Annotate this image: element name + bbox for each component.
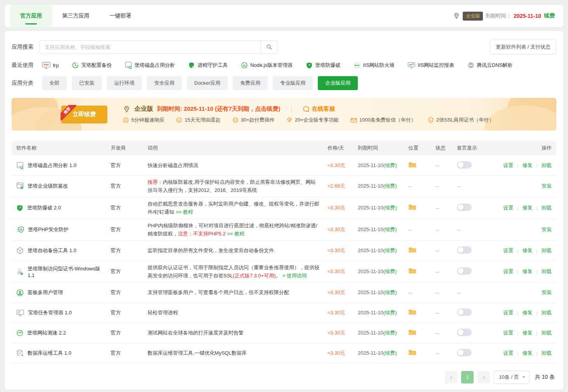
action-link[interactable]: 修复	[523, 162, 533, 169]
row-renew-link[interactable]: (续费)	[383, 289, 397, 295]
home-display-toggle[interactable]	[457, 161, 472, 169]
row-renew-link[interactable]: (续费)	[383, 330, 397, 336]
action-link[interactable]: 修复	[523, 309, 533, 316]
action-link[interactable]: 卸载	[542, 247, 552, 254]
location-cell[interactable]	[408, 309, 436, 317]
renew-link[interactable]: 续费	[544, 12, 555, 19]
row-renew-link[interactable]: (续费)	[383, 162, 397, 168]
category-button[interactable]: 免费应用	[233, 76, 268, 90]
home-display-toggle[interactable]	[457, 246, 472, 254]
home-display-toggle[interactable]	[457, 308, 472, 316]
row-renew-link[interactable]: (续费)	[383, 310, 397, 315]
banner-expiry-text[interactable]: 到期时间: 2025-11-10 (还有7天到期，点击续费)	[157, 105, 281, 113]
row-renew-link[interactable]: (续费)	[383, 226, 397, 232]
action-link[interactable]: 卸载	[542, 204, 552, 211]
location-cell[interactable]	[408, 329, 436, 337]
action-separator: |	[517, 162, 518, 168]
tutorial-link[interactable]: > 使用说明	[282, 273, 307, 279]
recent-app-item[interactable]: IIS网站监控报表	[408, 62, 454, 69]
location-cell[interactable]	[408, 247, 436, 254]
current-page-button[interactable]: 1	[461, 371, 474, 383]
tab-0[interactable]: 官方应用	[10, 5, 52, 27]
tab-1[interactable]: 第三方应用	[52, 5, 99, 27]
recent-app-item[interactable]: FRPfrp	[42, 62, 59, 69]
action-link[interactable]: 修复	[523, 247, 533, 254]
category-button[interactable]: 全部	[42, 76, 67, 90]
row-renew-link[interactable]: (续费)	[383, 183, 397, 189]
tutorial-link[interactable]: >> 教程	[176, 209, 193, 215]
action-link[interactable]: 修复	[523, 268, 533, 275]
recent-items: FRPfrp宝塔配置备份堡塔磁盘占用分析进程守护工具JSNode.js版本管理器…	[42, 61, 513, 69]
auto-backup-icon	[16, 247, 24, 254]
action-link[interactable]: 设置	[503, 329, 513, 336]
empty-value: --	[457, 227, 461, 233]
search-input[interactable]	[40, 40, 261, 54]
description-cell: 自动拦截恶意攻击服务器，实时监听用户创建、修改、提权等变化，并进行邮件/钉钉通知…	[148, 200, 328, 216]
expiry-cell: 2025-11-10(续费)	[358, 183, 408, 190]
action-link[interactable]: 卸载	[542, 268, 552, 275]
location-cell: --	[408, 290, 436, 296]
action-link[interactable]: 安装	[542, 289, 552, 296]
action-link[interactable]: 修复	[523, 329, 533, 336]
shield-icon	[306, 62, 313, 69]
home-display-toggle[interactable]	[457, 329, 472, 336]
recent-app-item[interactable]: 宝塔配置备份	[72, 62, 112, 69]
location-cell[interactable]	[408, 204, 436, 212]
home-display-toggle[interactable]	[457, 204, 472, 211]
action-link[interactable]: 卸载	[542, 309, 552, 316]
tutorial-link[interactable]: >> 教程	[227, 231, 244, 237]
action-link[interactable]: 卸载	[542, 350, 552, 357]
app-name-cell: 堡塔PHP安全防护	[12, 226, 111, 233]
developer-cell: 官方	[111, 204, 148, 211]
recent-app-item[interactable]: JSNode.js版本管理器	[241, 62, 293, 69]
action-link[interactable]: 设置	[503, 268, 513, 275]
action-link[interactable]: 设置	[503, 204, 513, 211]
action-link[interactable]: 设置	[503, 162, 513, 169]
home-display-toggle[interactable]	[457, 349, 472, 356]
home-display-toggle[interactable]	[457, 267, 472, 275]
folder-icon	[408, 247, 416, 253]
action-link[interactable]: 安装	[542, 226, 552, 233]
prev-page-button[interactable]: ‹	[445, 371, 457, 383]
category-button[interactable]: 企业版应用	[318, 76, 358, 90]
recent-app-item[interactable]: 堡塔磁盘占用分析	[125, 61, 175, 69]
action-link[interactable]: 设置	[503, 350, 513, 357]
action-link[interactable]: 卸载	[542, 329, 552, 336]
renew-now-button[interactable]: 立即续费 推荐	[61, 106, 107, 123]
expiry-date: 2025-11-10	[514, 13, 541, 19]
row-renew-link[interactable]: (续费)	[383, 247, 397, 253]
category-button[interactable]: 已安装	[72, 76, 102, 90]
location-cell[interactable]	[408, 162, 436, 169]
home-display-cell: --	[457, 290, 502, 296]
action-link[interactable]: 设置	[503, 247, 513, 254]
row-renew-link[interactable]: (续费)	[383, 205, 397, 211]
expiry-date: 2025-11-10	[358, 162, 383, 168]
recent-app-item[interactable]: 进程守护工具	[188, 62, 228, 69]
recent-app-item[interactable]: 堡塔防爆破	[306, 62, 340, 69]
row-renew-link[interactable]: (续费)	[383, 268, 397, 274]
action-link[interactable]: 修复	[523, 204, 533, 211]
recent-app-item[interactable]: WAFIIS网站防火墙	[354, 62, 394, 69]
search-button[interactable]	[261, 40, 277, 54]
online-support-link[interactable]: 在线客服	[303, 105, 335, 113]
home-display-cell	[457, 161, 502, 170]
description-text: 测试网站在全球各地的打开速度并及时告警	[148, 330, 244, 336]
category-button[interactable]: 专业版应用	[273, 76, 313, 90]
location-cell[interactable]	[408, 349, 436, 357]
location-cell[interactable]	[408, 268, 436, 275]
category-button[interactable]: 运行环境	[107, 76, 142, 90]
action-link[interactable]: 卸载	[542, 162, 552, 169]
action-link[interactable]: 修复	[523, 350, 533, 357]
page-size-select[interactable]: 10条 / 页	[494, 371, 529, 384]
next-page-button[interactable]: ›	[477, 371, 490, 383]
category-button[interactable]: Docker应用	[187, 76, 228, 90]
action-link[interactable]: 安装	[542, 183, 552, 190]
tab-2[interactable]: 一键部署	[99, 5, 141, 27]
action-link[interactable]: 设置	[503, 309, 513, 316]
row-renew-link[interactable]: (续费)	[383, 350, 397, 356]
update-software-list-button[interactable]: 更新软件列表 / 支付状态	[490, 40, 556, 54]
column-header: 说明	[148, 145, 328, 152]
recent-app-item[interactable]: DNS腾讯云DNS解析	[467, 62, 512, 69]
price-cell: ≈3.30元	[328, 226, 358, 233]
category-button[interactable]: 安全应用	[147, 76, 182, 90]
